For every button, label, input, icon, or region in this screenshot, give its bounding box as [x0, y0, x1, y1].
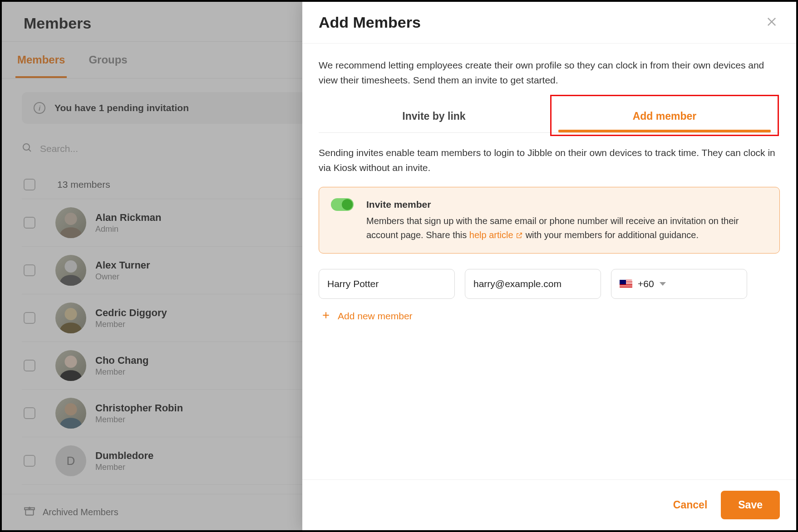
help-article-link[interactable]: help article: [469, 230, 523, 240]
card-title: Invite member: [366, 197, 768, 212]
tab-invite-by-link[interactable]: Invite by link: [319, 100, 549, 132]
email-input[interactable]: [465, 269, 601, 299]
modal-body: We recommend letting employees create th…: [302, 44, 796, 479]
tab-label: Invite by link: [402, 110, 465, 122]
modal-title: Add Members: [319, 14, 421, 31]
plus-icon: [321, 311, 330, 322]
modal-tabs: Invite by link Add member: [319, 100, 780, 133]
cancel-button[interactable]: Cancel: [673, 499, 707, 511]
tab-label: Add member: [633, 110, 697, 122]
modal-intro: We recommend letting employees create th…: [319, 58, 780, 88]
card-text-after: with your members for additional guidanc…: [523, 230, 699, 240]
modal-header: Add Members: [302, 2, 796, 44]
invite-member-card: Invite member Members that sign up with …: [319, 187, 780, 254]
name-input[interactable]: [319, 269, 455, 299]
add-new-member-button[interactable]: Add new member: [321, 311, 780, 322]
save-button[interactable]: Save: [721, 491, 780, 519]
chevron-down-icon: [660, 282, 666, 286]
modal-note: Sending invites enable team members to l…: [319, 146, 780, 175]
modal-footer: Cancel Save: [302, 479, 796, 530]
add-members-modal: Add Members We recommend letting employe…: [302, 2, 796, 530]
tab-add-member[interactable]: Add member: [549, 100, 780, 132]
phone-code: +60: [638, 278, 654, 289]
invite-member-toggle[interactable]: [331, 198, 354, 211]
member-form-row: +60: [319, 269, 780, 299]
card-text: Invite member Members that sign up with …: [366, 197, 768, 243]
external-link-icon: [516, 229, 523, 243]
active-tab-indicator: [558, 130, 771, 132]
add-new-member-label: Add new member: [338, 311, 413, 322]
phone-input[interactable]: +60: [611, 269, 747, 299]
flag-icon: [620, 280, 632, 288]
close-button[interactable]: [765, 15, 778, 30]
